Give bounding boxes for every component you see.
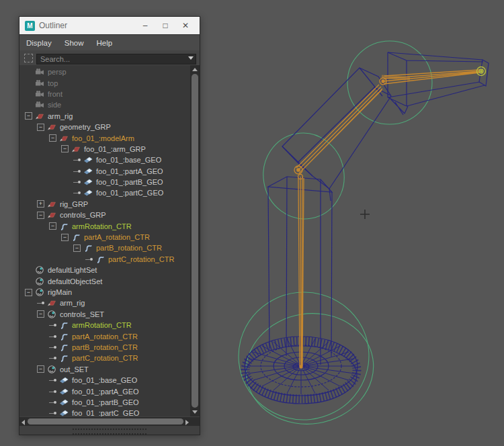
leaf-connector <box>73 168 83 175</box>
tree-row[interactable]: −armRotation_CTR <box>19 220 190 231</box>
menu-help[interactable]: Help <box>97 39 113 47</box>
camera-node-icon <box>35 89 45 99</box>
tree-row[interactable]: partB_rotation_CTR <box>19 342 190 353</box>
tree-row[interactable]: armRotation_CTR <box>19 320 190 330</box>
menu-show[interactable]: Show <box>65 39 84 47</box>
collapse-toggle-icon[interactable]: − <box>37 212 44 219</box>
transform-node-icon <box>35 112 45 121</box>
node-label: top <box>48 79 58 87</box>
tree-row[interactable]: side <box>19 99 190 110</box>
tree-row[interactable]: foo_01_:partA_GEO <box>19 386 190 396</box>
transform-node-icon <box>59 134 69 143</box>
collapse-toggle-icon[interactable]: − <box>37 124 44 131</box>
maximize-button[interactable]: □ <box>155 21 175 30</box>
tree-row[interactable]: −partB_rotation_CTR <box>19 242 190 253</box>
tree-row[interactable]: +rig_GRP <box>19 199 190 210</box>
search-dropdown-icon[interactable] <box>188 56 194 60</box>
tree-row[interactable]: −controls_SET <box>19 309 190 320</box>
filter-select-icon[interactable] <box>24 54 33 62</box>
collapse-toggle-icon[interactable]: − <box>25 112 32 120</box>
set-node-icon <box>35 277 45 286</box>
node-label: armRotation_CTR <box>72 222 132 230</box>
window-title: Outliner <box>39 21 135 30</box>
node-label: foo_01_:partA_GEO <box>96 167 163 175</box>
tree-row[interactable]: foo_01_:partB_GEO <box>19 397 190 408</box>
search-input[interactable] <box>36 54 196 64</box>
node-label: defaultLightSet <box>48 266 97 274</box>
expand-toggle-icon[interactable]: + <box>37 200 44 208</box>
mesh-node-icon <box>59 408 69 416</box>
collapse-toggle-icon[interactable]: − <box>61 234 69 241</box>
leaf-connector <box>49 333 59 340</box>
tree-row[interactable]: −rigMain <box>19 287 190 298</box>
tree-row[interactable]: partC_rotation_CTR <box>19 254 190 265</box>
tree-row[interactable]: foo_01_:base_GEO <box>19 375 190 386</box>
tree-row[interactable]: front <box>19 89 190 99</box>
curve-node-icon <box>59 222 69 231</box>
node-label: partA_rotation_CTR <box>72 332 138 341</box>
collapse-toggle-icon[interactable]: − <box>73 244 81 252</box>
tree-row[interactable]: partC_rotation_CTR <box>19 353 190 363</box>
collapse-toggle-icon[interactable]: − <box>25 289 32 296</box>
scroll-right-icon[interactable] <box>185 420 189 425</box>
set-node-icon <box>35 287 45 297</box>
tree-row[interactable]: foo_01_:partC_GEO <box>19 187 190 198</box>
collapse-toggle-icon[interactable]: − <box>49 222 56 230</box>
tree-row[interactable]: top <box>19 77 190 88</box>
scroll-left-icon[interactable] <box>22 420 25 425</box>
resize-grip[interactable] <box>73 429 146 435</box>
horizontal-scrollbar[interactable] <box>19 417 200 426</box>
vertical-scroll-thumb[interactable] <box>192 74 198 408</box>
crosshair-cursor-icon <box>360 210 370 219</box>
tree-row[interactable]: defaultObjectSet <box>19 275 190 286</box>
tree-row[interactable]: persp <box>19 66 190 77</box>
mesh-node-icon <box>83 188 93 197</box>
collapse-toggle-icon[interactable]: − <box>37 310 44 318</box>
tree-row[interactable]: −foo_01_:modelArm <box>19 132 190 143</box>
minimize-button[interactable]: – <box>135 21 155 30</box>
outliner-window: M Outliner – □ ✕ Display Show Help persp… <box>19 16 200 435</box>
menu-bar: Display Show Help <box>19 34 200 50</box>
scroll-down-icon[interactable] <box>192 410 198 414</box>
collapse-toggle-icon[interactable]: − <box>37 365 44 373</box>
vertical-scrollbar[interactable] <box>190 65 200 416</box>
tree-row[interactable]: −foo_01_:arm_GRP <box>19 144 190 154</box>
rig-curves[interactable] <box>294 70 480 368</box>
leaf-connector <box>49 388 59 395</box>
transform-node-icon <box>71 144 81 154</box>
close-button[interactable]: ✕ <box>175 21 196 30</box>
node-label: rig_GRP <box>60 200 88 208</box>
maya-app-icon: M <box>25 21 35 31</box>
tree-row[interactable]: −controls_GRP <box>19 210 190 220</box>
node-label: foo_01_:base_GEO <box>96 156 161 164</box>
mesh-node-icon <box>59 375 69 385</box>
tree-row[interactable]: partA_rotation_CTR <box>19 330 190 341</box>
menu-display[interactable]: Display <box>26 39 52 47</box>
set-node-icon <box>47 310 57 319</box>
node-label: foo_01_:partC_GEO <box>72 409 139 416</box>
tree-row[interactable]: foo_01_:partA_GEO <box>19 166 190 177</box>
scroll-up-icon[interactable] <box>192 68 198 71</box>
search-row <box>19 50 200 65</box>
collapse-toggle-icon[interactable]: − <box>61 145 69 152</box>
node-label: partC_rotation_CTR <box>108 255 174 263</box>
node-label: arm_rig <box>60 299 85 307</box>
tree-row[interactable]: −out_SET <box>19 364 190 375</box>
tree-row[interactable]: foo_01_:base_GEO <box>19 154 190 165</box>
horizontal-scroll-thumb[interactable] <box>28 418 183 425</box>
tree-row[interactable]: arm_rig <box>19 298 190 308</box>
window-bottom-strip <box>19 426 200 435</box>
curve-node-icon <box>83 243 93 253</box>
tree-row[interactable]: −partA_rotation_CTR <box>19 232 190 242</box>
tree-row[interactable]: −arm_rig <box>19 111 190 122</box>
tree-row[interactable]: foo_01_:partB_GEO <box>19 177 190 187</box>
curve-node-icon <box>59 320 69 330</box>
tree-row[interactable]: −geometry_GRP <box>19 122 190 132</box>
leaf-connector <box>49 344 59 351</box>
collapse-toggle-icon[interactable]: − <box>49 134 56 142</box>
tree-row[interactable]: defaultLightSet <box>19 265 190 275</box>
leaf-connector <box>49 410 59 416</box>
tree-row[interactable]: foo_01_:partC_GEO <box>19 408 190 416</box>
node-label: foo_01_:partB_GEO <box>72 398 139 406</box>
title-bar[interactable]: M Outliner – □ ✕ <box>19 17 200 34</box>
